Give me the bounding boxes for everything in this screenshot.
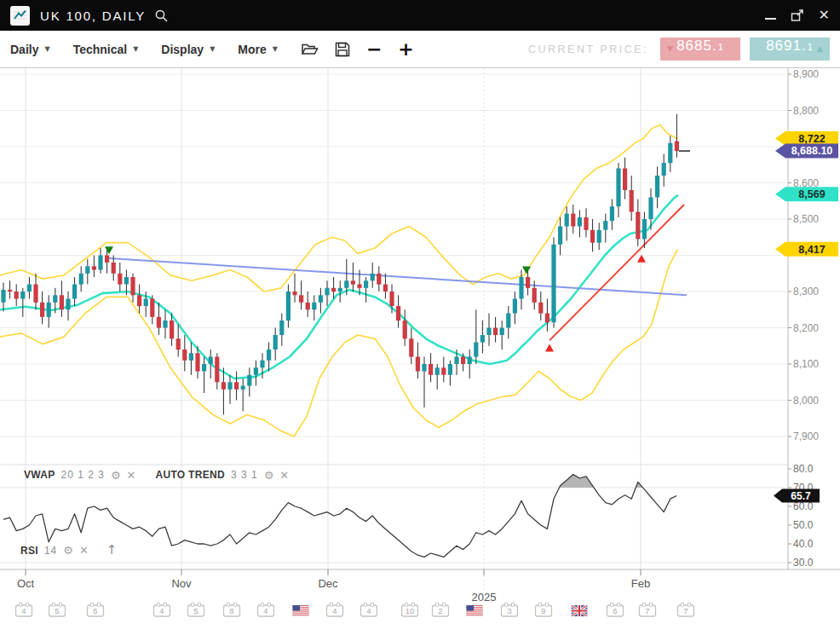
svg-text:7: 7 — [645, 606, 649, 615]
rsi-remove-icon[interactable]: ✕ — [79, 545, 89, 556]
calendar-event-icon[interactable]: 2 — [433, 603, 449, 616]
svg-text:8,900: 8,900 — [793, 68, 819, 80]
svg-text:6: 6 — [613, 606, 617, 615]
chart-svg: 8,9008,8008,6008,5008,3008,2008,1008,000… — [0, 68, 840, 624]
svg-text:65.7: 65.7 — [791, 490, 811, 502]
arrow-up-icon: ▲ — [817, 44, 824, 53]
svg-text:6: 6 — [93, 606, 97, 615]
chart-area: 8,9008,8008,6008,5008,3008,2008,1008,000… — [0, 68, 840, 624]
minimize-button[interactable] — [765, 11, 776, 20]
svg-text:8,800: 8,800 — [793, 105, 819, 117]
indicator-labels-overlay: VWAP 20 1 2 3 ⚙ ✕ AUTO TREND 3 3 1 ⚙ ✕ — [24, 469, 289, 481]
calendar-event-icon[interactable]: 5 — [49, 603, 66, 616]
svg-text:7,900: 7,900 — [793, 430, 819, 442]
calendar-event-icon[interactable]: 4 — [327, 603, 343, 616]
chevron-down-icon: ▼ — [210, 45, 215, 53]
svg-text:2: 2 — [438, 606, 442, 615]
chart-toolbar: Daily▼ Technical▼ Display▼ More▼ − + — [0, 31, 840, 68]
autotrend-settings-gear-icon[interactable]: ⚙ — [264, 470, 274, 481]
calendar-event-icon[interactable]: 7 — [678, 603, 694, 616]
svg-text:10: 10 — [406, 606, 415, 615]
svg-text:50.0: 50.0 — [793, 519, 814, 531]
svg-text:8: 8 — [229, 606, 233, 615]
current-price-area: CURRENT PRICE: ▼ 8685.1 8691.1 ▲ — [528, 38, 830, 61]
svg-text:Nov: Nov — [171, 577, 192, 590]
calendar-event-icon[interactable]: 4 — [361, 603, 377, 616]
rsi-label: RSI — [20, 545, 38, 557]
svg-text:4: 4 — [332, 606, 337, 615]
svg-text:3: 3 — [507, 606, 511, 615]
calendar-event-icon[interactable]: 9 — [536, 603, 552, 616]
calendar-event-icon[interactable]: 4 — [258, 603, 274, 616]
arrow-down-icon: ▼ — [667, 44, 674, 53]
autotrend-label: AUTO TREND — [155, 469, 224, 481]
svg-text:8,688.10: 8,688.10 — [791, 145, 833, 157]
svg-text:8,417: 8,417 — [798, 244, 825, 256]
menu-timeframe-daily[interactable]: Daily▼ — [10, 43, 50, 56]
window-titlebar: UK 100, DAILY ✕ — [0, 0, 840, 31]
vwap-remove-icon[interactable]: ✕ — [127, 470, 136, 481]
calendar-event-icon[interactable]: 5 — [188, 603, 204, 616]
svg-text:4: 4 — [21, 606, 26, 615]
vwap-settings-gear-icon[interactable]: ⚙ — [111, 470, 121, 481]
calendar-event-icon[interactable]: 3 — [502, 603, 518, 616]
svg-text:Dec: Dec — [318, 577, 338, 590]
sell-price-button[interactable]: ▼ 8685.1 — [660, 38, 740, 61]
svg-text:8,100: 8,100 — [793, 358, 819, 370]
menu-technical[interactable]: Technical▼ — [73, 43, 139, 56]
chart-app-window: UK 100, DAILY ✕ Daily▼ Technical▼ — [0, 0, 840, 624]
menu-more[interactable]: More▼ — [238, 43, 278, 56]
search-icon[interactable] — [154, 9, 169, 23]
svg-text:8,500: 8,500 — [793, 213, 819, 225]
us-flag-event-icon[interactable] — [293, 605, 309, 616]
calendar-event-icon[interactable]: 4 — [154, 603, 170, 616]
calendar-event-icon[interactable]: 8 — [224, 603, 240, 616]
svg-text:80.0: 80.0 — [793, 463, 814, 475]
uk-flag-event-icon[interactable] — [572, 605, 588, 616]
calendar-event-icon[interactable]: 6 — [607, 603, 624, 616]
autotrend-remove-icon[interactable]: ✕ — [279, 470, 289, 481]
rsi-label-overlay: RSI 14 ⚙ ✕ ↑ — [20, 544, 117, 557]
save-icon[interactable] — [335, 42, 350, 57]
svg-text:8,569: 8,569 — [798, 188, 825, 200]
svg-text:2025: 2025 — [472, 591, 497, 604]
svg-text:30.0: 30.0 — [793, 557, 814, 569]
us-flag-event-icon[interactable] — [467, 605, 483, 616]
rsi-settings-gear-icon[interactable]: ⚙ — [63, 545, 73, 556]
svg-text:4: 4 — [159, 606, 164, 615]
calendar-event-icon[interactable]: 10 — [402, 603, 418, 616]
app-logo-icon — [10, 6, 30, 26]
chevron-down-icon: ▼ — [273, 45, 278, 53]
svg-text:8,000: 8,000 — [793, 395, 819, 407]
svg-text:7: 7 — [683, 606, 688, 615]
vwap-label: VWAP — [24, 469, 55, 481]
calendar-event-icon[interactable]: 7 — [640, 603, 656, 616]
window-controls: ✕ — [765, 9, 830, 22]
open-folder-icon[interactable] — [301, 42, 319, 56]
svg-text:9: 9 — [541, 606, 545, 615]
buy-price-button[interactable]: 8691.1 ▲ — [750, 38, 830, 61]
chevron-down-icon: ▼ — [133, 45, 138, 53]
svg-text:Feb: Feb — [631, 577, 650, 590]
svg-text:5: 5 — [193, 606, 198, 615]
svg-text:40.0: 40.0 — [793, 538, 814, 550]
calendar-event-icon[interactable]: 4 — [16, 603, 32, 616]
close-button[interactable]: ✕ — [819, 9, 830, 22]
zoom-in-button[interactable]: + — [398, 40, 413, 59]
chevron-down-icon: ▼ — [44, 45, 49, 53]
svg-text:8,200: 8,200 — [793, 322, 819, 334]
popout-button[interactable] — [791, 9, 804, 22]
price-chart-canvas[interactable]: 8,9008,8008,6008,5008,3008,2008,1008,000… — [0, 68, 840, 624]
svg-text:8,300: 8,300 — [793, 286, 819, 298]
window-title: UK 100, DAILY — [40, 9, 146, 23]
svg-text:4: 4 — [263, 606, 268, 615]
calendar-event-icon[interactable]: 6 — [88, 603, 104, 616]
menu-display[interactable]: Display▼ — [161, 43, 215, 56]
svg-text:8,722: 8,722 — [798, 133, 825, 145]
svg-text:Oct: Oct — [17, 577, 35, 590]
zoom-out-button[interactable]: − — [366, 40, 382, 59]
svg-text:5: 5 — [55, 606, 59, 615]
current-price-label: CURRENT PRICE: — [528, 43, 648, 55]
svg-text:4: 4 — [366, 606, 371, 615]
rsi-move-up-icon[interactable]: ↑ — [106, 544, 118, 557]
